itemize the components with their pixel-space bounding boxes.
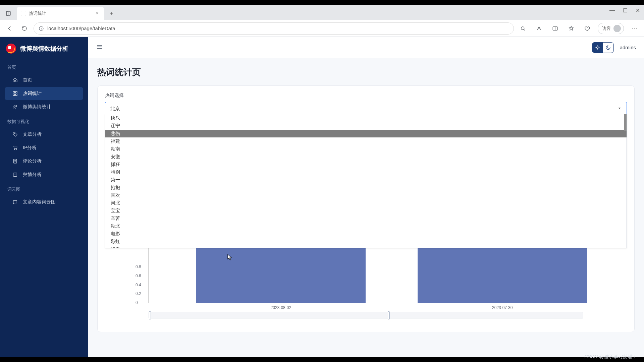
dropdown-option[interactable]: 彩虹 [105, 238, 627, 245]
dropdown-scrollbar[interactable] [624, 114, 627, 131]
svg-point-10 [16, 106, 17, 107]
sidebar-item[interactable]: 评论分析 [5, 155, 83, 168]
dropdown-option[interactable]: 辛苦 [105, 215, 627, 222]
dropdown-option[interactable]: 快乐 [105, 114, 627, 122]
maximize-button[interactable]: ☐ [623, 7, 628, 14]
dropdown-option[interactable]: 特别 [105, 168, 627, 176]
dropdown-option[interactable]: 宝宝 [105, 207, 627, 215]
svg-rect-0 [6, 11, 10, 15]
dropdown-option[interactable]: 抱抱 [105, 184, 627, 191]
chevron-down-icon [617, 106, 622, 112]
menu-section-title: 数据可视化 [0, 114, 88, 127]
username-label: admins [620, 45, 636, 50]
toggle-sidebar-button[interactable] [96, 43, 103, 52]
users-icon [12, 104, 18, 110]
back-button[interactable] [4, 23, 15, 34]
dropdown-option[interactable]: 辽宁 [105, 122, 627, 130]
chart-ytick: 0.4 [136, 283, 141, 287]
home-icon [12, 77, 18, 83]
browser-tab[interactable]: 热词统计 × [17, 7, 104, 20]
svg-rect-1 [6, 11, 8, 15]
chart-ytick: 0.2 [136, 291, 141, 296]
sidebar-item[interactable]: 文章内容词云图 [5, 196, 83, 208]
new-tab-button[interactable]: + [106, 8, 117, 19]
hotword-select[interactable]: 北京 [105, 102, 627, 115]
more-menu-button[interactable]: ⋯ [629, 23, 640, 34]
split-screen-icon[interactable] [549, 23, 561, 34]
dropdown-option[interactable]: 抓狂 [105, 161, 627, 168]
sidebar-item[interactable]: 热词统计 [5, 87, 83, 100]
doc2-icon [12, 172, 18, 178]
weibo-logo-icon [6, 44, 16, 54]
browser-address-bar: localhost:5000/page/tableData 访客 ⋯ [0, 20, 644, 37]
chart-ytick: 0.8 [136, 264, 141, 269]
sidebar-item-label: 文章内容词云图 [23, 199, 56, 205]
brand: 微博舆情数据分析 [0, 40, 88, 60]
close-tab-button[interactable]: × [95, 11, 100, 16]
dropdown-option[interactable]: 喜欢 [105, 191, 627, 199]
minimize-button[interactable]: — [609, 7, 615, 14]
select-label: 热词选择 [105, 93, 627, 99]
svg-point-13 [16, 149, 16, 150]
grid-icon [12, 90, 18, 97]
dropdown-option[interactable]: 第一 [105, 176, 627, 184]
tag-icon [12, 131, 18, 137]
refresh-button[interactable] [19, 23, 30, 34]
profile-label: 访客 [602, 25, 611, 32]
tab-actions-button[interactable] [3, 8, 14, 19]
url-text: localhost:5000/page/tableData [47, 25, 115, 31]
dropdown-option[interactable]: 好看 [105, 245, 627, 248]
theme-dark-button[interactable] [603, 43, 613, 53]
svg-rect-6 [15, 92, 17, 93]
favorites-icon[interactable] [566, 23, 577, 34]
sidebar-item-label: 文章分析 [23, 131, 42, 137]
close-window-button[interactable]: ✕ [636, 7, 640, 14]
dropdown-option[interactable]: 湖南 [105, 145, 627, 153]
tab-title: 热词统计 [29, 10, 92, 16]
svg-rect-5 [13, 92, 15, 93]
page-title: 热词统计页 [97, 66, 635, 78]
browser-tab-strip: 热词统计 × + — ☐ ✕ [0, 5, 644, 20]
dropdown-option[interactable]: 电影 [105, 230, 627, 238]
svg-point-11 [14, 133, 14, 134]
zoom-icon[interactable] [517, 23, 529, 34]
hotword-dropdown: 快乐辽宁悲伤福建湖南安徽抓狂特别第一抱抱喜欢河北宝宝辛苦湖北电影彩虹好看期待永远 [105, 114, 627, 248]
svg-rect-7 [13, 94, 15, 96]
collections-icon[interactable] [582, 23, 593, 34]
url-input[interactable]: localhost:5000/page/tableData [34, 22, 514, 35]
filter-card: 热词选择 北京 快乐辽宁悲伤福建湖南安徽抓狂特别第一抱抱喜欢河北宝宝辛苦湖北电影… [97, 85, 635, 332]
dropdown-option[interactable]: 安徽 [105, 153, 627, 161]
sidebar-item[interactable]: IP分析 [5, 141, 83, 154]
chart-xtick: 2023-07-30 [492, 305, 513, 310]
slider-handle-left[interactable] [149, 311, 151, 319]
dropdown-option[interactable]: 悲伤 [105, 130, 627, 137]
chart-ytick: 0.6 [136, 274, 141, 278]
svg-rect-15 [13, 173, 17, 177]
sidebar-item[interactable]: 首页 [5, 74, 83, 86]
sidebar-item-label: 热词统计 [23, 90, 42, 97]
site-info-icon [39, 26, 44, 31]
sidebar-item[interactable]: 微博舆情统计 [5, 101, 83, 113]
chart-range-slider[interactable] [149, 312, 583, 318]
dropdown-option[interactable]: 湖北 [105, 222, 627, 230]
cart-icon [12, 145, 18, 151]
profile-badge[interactable]: 访客 [598, 23, 624, 34]
sidebar: 微博舆情数据分析 首页首页热词统计微博舆情统计数据可视化文章分析IP分析评论分析… [0, 37, 88, 357]
read-aloud-icon[interactable] [533, 23, 545, 34]
dropdown-option[interactable]: 河北 [105, 199, 627, 207]
menu-section-title: 首页 [0, 60, 88, 73]
select-value: 北京 [110, 106, 120, 112]
svg-point-12 [14, 149, 15, 150]
theme-light-button[interactable] [592, 43, 603, 53]
sidebar-item-label: 舆情分析 [23, 172, 42, 178]
sidebar-item-label: IP分析 [23, 145, 37, 151]
theme-toggle[interactable] [592, 42, 614, 53]
sidebar-item[interactable]: 舆情分析 [5, 168, 83, 181]
sidebar-item[interactable]: 文章分析 [5, 128, 83, 141]
dropdown-option[interactable]: 福建 [105, 137, 627, 145]
menu-section-title: 词云图 [0, 182, 88, 195]
slider-handle-right[interactable] [388, 311, 390, 319]
app-header: admins [88, 37, 644, 58]
doc-icon [12, 158, 18, 164]
sidebar-item-label: 首页 [23, 77, 32, 83]
